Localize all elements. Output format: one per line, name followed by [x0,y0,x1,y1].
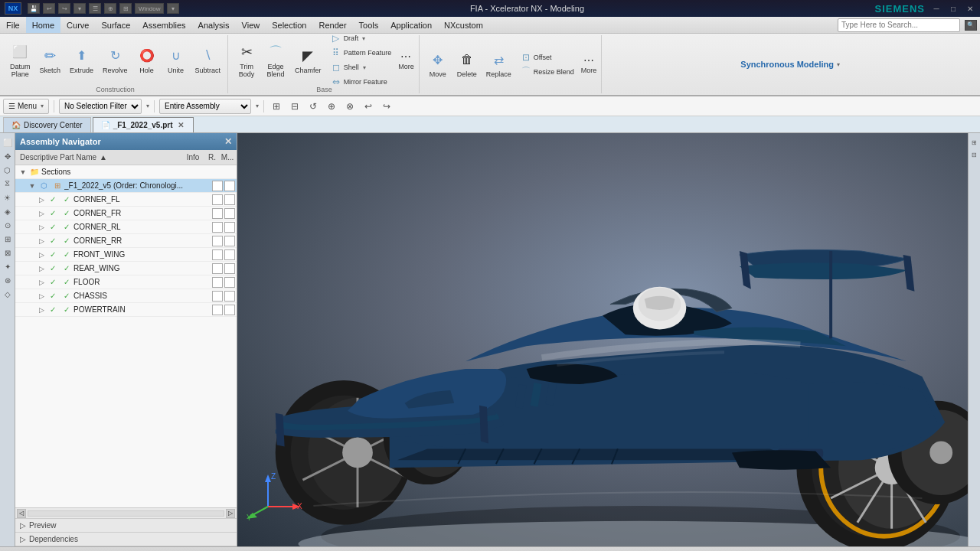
f1-root-expander[interactable]: ▼ [28,181,37,191]
menu-file[interactable]: File [0,17,26,33]
chamfer-button[interactable]: ◤ Chamfer [291,41,325,80]
corner-fl-expander[interactable]: ▷ [37,195,46,204]
offset-button[interactable]: ⊡ Offset [517,51,578,64]
revolve-button[interactable]: ↻ Revolve [99,41,132,80]
col-info-header[interactable]: Info [181,153,204,161]
dependencies-section-header[interactable]: ▷ Dependencies [15,533,237,546]
corner-rr-expander[interactable]: ▷ [37,236,46,246]
extra-icon[interactable]: ▾ [167,3,179,14]
hole-button[interactable]: ⭕ Hole [133,41,161,80]
sketch-button[interactable]: ✏ Sketch [36,41,65,80]
add-btn[interactable]: ⊕ [324,99,339,114]
undo-icon[interactable]: ↩ [43,3,55,14]
back-btn[interactable]: ↩ [361,99,376,114]
left-icon-1[interactable]: ⬜ [2,136,14,148]
nav-corner-rl[interactable]: ▷ ✓ ✓ CORNER_RL [15,220,237,234]
nav-corner-fr[interactable]: ▷ ✓ ✓ CORNER_FR [15,207,237,220]
close-button[interactable]: ✕ [965,3,975,14]
menu-application[interactable]: Application [384,17,438,33]
col-name-header[interactable]: Descriptive Part Name ▲ [17,153,181,161]
filter-icon[interactable]: ⊞ [119,3,132,14]
delete-button[interactable]: 🗑 Delete [453,44,481,84]
menu-curve[interactable]: Curve [60,17,95,33]
nav-rear-wing[interactable]: ▷ ✓ ✓ REAR_WING [15,262,237,276]
tab-discovery-center[interactable]: 🏠 Discovery Center [3,117,91,132]
snap-icon[interactable]: ⊕ [104,3,116,14]
left-icon-4[interactable]: ⧖ [2,178,14,190]
powertrain-expander[interactable]: ▷ [37,305,46,315]
unite-button[interactable]: ∪ Unite [162,41,190,80]
edit-more-button[interactable]: ⋯ More [580,44,599,84]
maximize-button[interactable]: □ [948,3,959,14]
nav-sections-row[interactable]: ▼ 📁 Sections [15,165,237,179]
menu-assemblies[interactable]: Assemblies [136,17,191,33]
navigator-hscroll[interactable]: ◁ ▷ [15,507,237,518]
nav-chassis[interactable]: ▷ ✓ ✓ CHASSIS [15,289,237,303]
left-icon-2[interactable]: ✥ [2,150,14,162]
viewport[interactable]: Z X Y [237,133,968,546]
resize-blend-button[interactable]: ⌒ Resize Blend [517,65,578,79]
left-icon-8[interactable]: ⊞ [2,233,14,245]
front-wing-expander[interactable]: ▷ [37,250,46,259]
rotate-btn[interactable]: ↺ [305,99,321,114]
menu-render[interactable]: Render [312,17,352,33]
menu-home[interactable]: Home [26,17,60,33]
search-button[interactable]: 🔍 [965,20,977,31]
menu-tools[interactable]: Tools [353,17,385,33]
minimize-button[interactable]: ─ [931,3,942,14]
draft-button[interactable]: ▷ Draft ▾ [327,34,396,45]
extrude-button[interactable]: ⬆ Extrude [66,41,97,80]
snap-grid-button[interactable]: ⊞ [269,99,284,114]
hscroll-right[interactable]: ▷ [226,509,235,518]
f1-part-close-button[interactable]: ✕ [176,121,185,129]
edge-blend-button[interactable]: ⌒ EdgeBlend [262,41,289,80]
right-icon-2[interactable]: ⊟ [969,148,981,161]
redo-icon[interactable]: ↪ [58,3,70,14]
navigator-close-button[interactable]: ✕ [224,136,232,147]
nav-floor[interactable]: ▷ ✓ ✓ FLOOR [15,276,237,289]
search-input[interactable] [838,18,960,32]
quick-access-icon[interactable]: 💾 [28,3,40,14]
selection-filter-select[interactable]: No Selection Filter [59,99,142,114]
chassis-expander[interactable]: ▷ [37,292,46,301]
left-icon-5[interactable]: ☀ [2,191,14,204]
assembly-select[interactable]: Entire Assembly [159,99,251,114]
nav-corner-fl[interactable]: ▷ ✓ ✓ CORNER_FL [15,193,237,207]
menu-view[interactable]: View [236,17,266,33]
left-icon-7[interactable]: ⊙ [2,219,14,231]
snap-btn-2[interactable]: ⊟ [287,99,302,114]
replace-button[interactable]: ⇄ Replace [482,44,515,84]
more-access-icon[interactable]: ▾ [74,3,86,14]
subtract-button[interactable]: ∖ Subtract [191,41,225,80]
remove-btn[interactable]: ⊗ [342,99,358,114]
menu-surface[interactable]: Surface [95,17,136,33]
left-icon-9[interactable]: ⊠ [2,246,14,259]
preview-section-header[interactable]: ▷ Preview [15,519,237,533]
left-icon-11[interactable]: ⊛ [2,274,14,286]
menu-button[interactable]: ☰ Menu ▾ [3,99,49,114]
trim-body-button[interactable]: ✂ TrimBody [233,41,260,80]
menu-selection[interactable]: Selection [266,17,312,33]
rear-wing-expander[interactable]: ▷ [37,264,46,273]
sections-expander[interactable]: ▼ [18,168,28,177]
forward-btn[interactable]: ↪ [379,99,394,114]
left-icon-12[interactable]: ◇ [2,288,14,300]
move-button[interactable]: ✥ Move [424,44,452,84]
nav-front-wing[interactable]: ▷ ✓ ✓ FRONT_WING [15,248,237,262]
left-icon-3[interactable]: ⬡ [2,164,14,176]
nav-f1-root[interactable]: ▼ ⬡ ⊞ _F1_2022_v5 (Order: Chronologi... [15,179,237,193]
corner-fr-expander[interactable]: ▷ [37,209,46,218]
touch-mode-icon[interactable]: ☰ [89,3,101,14]
nav-powertrain[interactable]: ▷ ✓ ✓ POWERTRAIN [15,303,237,317]
left-icon-6[interactable]: ◈ [2,205,14,217]
tab-f1-part[interactable]: 📄 _F1_2022_v5.prt ✕ [93,117,194,132]
right-icon-1[interactable]: ⊞ [969,136,981,148]
pattern-feature-button[interactable]: ⠿ Pattern Feature [327,46,396,60]
datum-plane-button[interactable]: ⬜ DatumPlane [6,41,34,80]
nav-corner-rr[interactable]: ▷ ✓ ✓ CORNER_RR [15,234,237,248]
hscroll-track[interactable] [28,510,224,517]
menu-analysis[interactable]: Analysis [192,17,236,33]
shell-button[interactable]: ◻ Shell ▾ [327,60,396,74]
menu-nxcustom[interactable]: NXcustom [438,17,489,33]
corner-rl-expander[interactable]: ▷ [37,223,46,232]
